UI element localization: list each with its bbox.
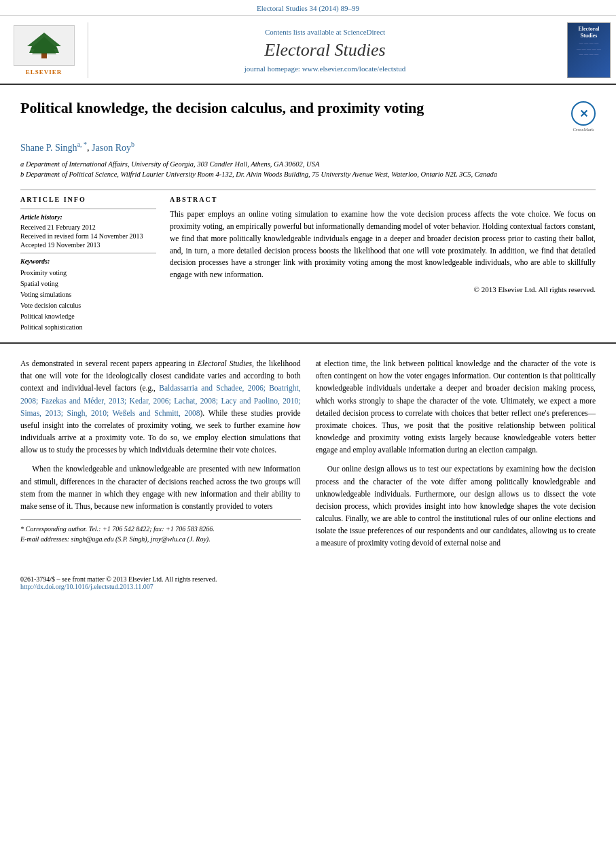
journal-header: ELSEVIER Contents lists available at Sci… [0, 16, 616, 85]
footer-issn: 0261-3794/$ – see front matter © 2013 El… [20, 575, 596, 583]
body-para-4: Our online design allows us to test our … [316, 463, 596, 549]
received-date: Received 21 February 2012 [20, 223, 156, 231]
journal-header-middle: Contents lists available at ScienceDirec… [88, 22, 562, 78]
article-info-heading: ARTICLE INFO [20, 196, 156, 203]
keyword-6: Political sophistication [20, 322, 156, 333]
keyword-5: Political knowledge [20, 311, 156, 322]
keyword-3: Voting simulations [20, 289, 156, 300]
journal-cover-thumbnail: ElectoralStudies — — — —— — — — —— — — — [562, 22, 616, 78]
crossmark-circle: ✕ [571, 101, 596, 126]
elsevier-logo-img [17, 29, 71, 62]
abstract-heading: ABSTRACT [170, 196, 596, 203]
affiliations: a Department of International Affairs, U… [20, 159, 596, 181]
journal-cover-image: ElectoralStudies — — — —— — — — —— — — — [567, 22, 611, 78]
sciencedirect-link[interactable]: ScienceDirect [343, 28, 385, 36]
svg-marker-2 [31, 37, 58, 54]
info-divider-2 [20, 253, 156, 253]
elsevier-logo-box [14, 25, 75, 66]
crossmark-widget[interactable]: ✕ CrossMark [571, 101, 596, 132]
paper-title: Political knowledge, the decision calcul… [20, 99, 424, 118]
info-divider-1 [20, 209, 156, 209]
keyword-2: Spatial voting [20, 279, 156, 289]
elsevier-tree-svg [24, 31, 65, 60]
keywords-list: Proximity voting Spatial voting Voting s… [20, 268, 156, 333]
keyword-1: Proximity voting [20, 268, 156, 279]
body-columns: As demonstrated in several recent papers… [20, 357, 596, 556]
affiliation-a: a Department of International Affairs, U… [20, 159, 596, 170]
article-history-label: Article history: [20, 213, 156, 221]
paper-content: Political knowledge, the decision calcul… [0, 85, 616, 333]
elsevier-logo-area: ELSEVIER [0, 22, 88, 78]
body-para-2: When the knowledgeable and unknowledgeab… [20, 463, 301, 512]
author1-sup: a, * [77, 141, 87, 148]
citation-text: Electoral Studies 34 (2014) 89–99 [257, 4, 359, 12]
authors-line: Shane P. Singha, *, Jason Royb [20, 141, 596, 154]
body-para-1: As demonstrated in several recent papers… [20, 357, 301, 456]
keyword-4: Vote decision calculus [20, 300, 156, 311]
paper-title-row: Political knowledge, the decision calcul… [20, 99, 596, 132]
author1-name: Shane P. Singh [20, 143, 77, 153]
abstract-panel: ABSTRACT This paper employs an online vo… [170, 196, 596, 333]
journal-homepage[interactable]: journal homepage: www.elsevier.com/locat… [244, 65, 406, 73]
journal-citation: Electoral Studies 34 (2014) 89–99 [0, 0, 616, 16]
journal-title: Electoral Studies [264, 40, 385, 60]
affiliation-b: b Department of Political Science, Wilfr… [20, 169, 596, 180]
contents-available-text: Contents lists available at ScienceDirec… [265, 28, 385, 36]
footnote-email: E-mail addresses: singh@uga.edu (S.P. Si… [20, 534, 301, 544]
citations-1[interactable]: Baldassarria and Schadee, 2006; Boatrigh… [20, 384, 301, 416]
abstract-text: This paper employs an online voting simu… [170, 209, 596, 281]
article-info-panel: ARTICLE INFO Article history: Received 2… [20, 196, 156, 333]
cover-detail: — — — —— — — — —— — — — [577, 41, 601, 57]
info-abstract-section: ARTICLE INFO Article history: Received 2… [20, 196, 596, 333]
cover-title-text: ElectoralStudies [578, 26, 599, 39]
crossmark-icon: ✕ [579, 107, 588, 120]
copyright-line: © 2013 Elsevier Ltd. All rights reserved… [170, 285, 596, 293]
section-divider [20, 190, 596, 190]
revised-date: Received in revised form 14 November 201… [20, 232, 156, 240]
footer-doi[interactable]: http://dx.doi.org/10.1016/j.electstud.20… [20, 583, 596, 590]
accepted-date: Accepted 19 November 2013 [20, 241, 156, 249]
elsevier-brand-text: ELSEVIER [26, 69, 62, 75]
keywords-label: Keywords: [20, 257, 156, 265]
crossmark-label: CrossMark [573, 127, 594, 132]
footnote-section: * Corresponding author. Tel.: +1 706 542… [20, 519, 301, 544]
footer-bar: 0261-3794/$ – see front matter © 2013 El… [0, 570, 616, 593]
footnote-star: * Corresponding author. Tel.: +1 706 542… [20, 524, 301, 534]
paper-body: As demonstrated in several recent papers… [0, 342, 616, 569]
author2-sup: b [131, 141, 134, 148]
body-col-left: As demonstrated in several recent papers… [20, 357, 301, 556]
body-col-right: at election time, the link between polit… [316, 357, 596, 556]
body-para-3: at election time, the link between polit… [316, 357, 596, 456]
author2-name: Jason Roy [92, 143, 131, 153]
